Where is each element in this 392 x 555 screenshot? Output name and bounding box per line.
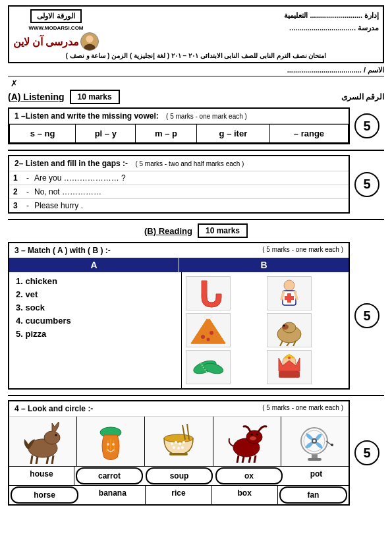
q2-text-3: Please hurry . <box>32 199 349 213</box>
q3-col-a-header: A <box>9 258 179 272</box>
listening-label: (A) Listening <box>8 92 65 102</box>
divider-1 <box>8 150 384 151</box>
q1-word-1: s – ng <box>10 125 76 143</box>
q3-content: 1. chicken 2. vet 3. sock 4. cucumbers 5… <box>9 272 349 388</box>
ox-image <box>213 417 281 466</box>
admin-line: إدارة .......................... التعليم… <box>284 9 379 22</box>
q2-text-1: Are you ………………… ? <box>32 171 349 185</box>
q4-images-row <box>9 417 349 467</box>
q4-word-banana: banana <box>80 486 146 504</box>
svg-point-21 <box>283 325 285 327</box>
svg-point-0 <box>86 36 93 43</box>
vet-image <box>267 276 312 310</box>
name-line: الاسم / ................................… <box>8 66 384 76</box>
q4-word-rice: rice <box>146 486 211 504</box>
q3-header: 3 – Match ( A ) with ( B ) :- ( 5 marks … <box>9 243 349 258</box>
chicken-image <box>267 313 312 347</box>
svg-line-35 <box>52 455 53 464</box>
svg-point-49 <box>182 441 185 444</box>
q4-word-house: house <box>9 467 74 485</box>
x-mark: ✗ <box>11 78 384 88</box>
svg-point-68 <box>313 440 316 442</box>
secret-number-row: (A) Listening 10 marks الرقم السرى <box>8 90 384 104</box>
q4-title: 4 – Look and circle :- <box>14 404 93 413</box>
svg-point-58 <box>256 434 258 436</box>
reading-label: (B) Reading <box>144 226 192 236</box>
q2-num-3: 3 <box>9 199 24 213</box>
svg-point-57 <box>251 434 253 436</box>
q4-marks: ( 5 marks - one mark each ) <box>262 404 343 413</box>
svg-line-61 <box>249 457 250 463</box>
svg-point-46 <box>171 442 173 445</box>
svg-point-14 <box>204 315 212 319</box>
q2-dash-1: - <box>24 171 32 185</box>
q1-word-4: g – iter <box>196 125 269 143</box>
q4-word-horse: horse <box>11 486 78 504</box>
svg-rect-64 <box>308 458 322 461</box>
q4-block: 4 – Look and circle :- ( 5 marks - one m… <box>8 400 384 506</box>
q2-text-2: No, not …………… <box>32 185 349 199</box>
q2-main: 2– Listen and fill in the gaps :- ( 5 ma… <box>8 155 350 214</box>
q4-word-fan: fan <box>279 486 347 504</box>
svg-point-50 <box>173 446 175 449</box>
svg-line-32 <box>31 455 32 464</box>
q3-score-circle: 5 <box>354 303 379 328</box>
svg-point-11 <box>201 335 205 339</box>
q3-col-b <box>182 272 349 388</box>
exam-info: امتحان نصف الترم النابى للصف النابى الاب… <box>13 52 379 59</box>
q3-col-a: 1. chicken 2. vet 3. sock 4. cucumbers 5… <box>9 272 182 388</box>
q3-item-1: 1. chicken <box>16 276 175 286</box>
q1-score-circle: 5 <box>354 113 379 138</box>
q3-col-headers: A B <box>9 258 349 272</box>
q2-dash-3: - <box>24 199 32 213</box>
q2-num-1: 1 <box>9 171 24 185</box>
listening-section: (A) Listening 10 marks <box>8 90 120 104</box>
sock-image <box>186 276 231 310</box>
svg-point-70 <box>331 444 333 446</box>
q3-main: 3 – Match ( A ) with ( B ) :- ( 5 marks … <box>8 242 350 390</box>
q1-title: 1 –Listen and write the missing vowel: <box>14 111 159 121</box>
q4-word-pot: pot <box>284 467 349 485</box>
q2-num-2: 2 <box>9 185 24 199</box>
svg-rect-2 <box>202 281 207 294</box>
svg-line-18 <box>287 343 289 346</box>
q1-block: 1 –Listen and write the missing vowel: (… <box>8 107 384 144</box>
logo-label: الورقة الاولى <box>30 9 81 23</box>
cucumbers-image <box>186 350 231 384</box>
svg-point-28 <box>288 357 291 359</box>
king-image <box>267 350 312 384</box>
site-logo: WWW.MODARSI.COM مدرسی آن لاین <box>13 25 99 51</box>
svg-point-13 <box>207 338 210 341</box>
q4-main: 4 – Look and circle :- ( 5 marks - one m… <box>8 400 350 506</box>
svg-line-62 <box>254 455 256 463</box>
school-line: مدرسة ................................. <box>284 22 379 34</box>
q4-word-box: box <box>212 486 278 504</box>
q1-marks: ( 5 marks - one mark each ) <box>166 113 247 120</box>
q3-item-5: 5. pizza <box>16 329 175 339</box>
divider-2 <box>8 219 384 220</box>
reading-header: (B) Reading 10 marks <box>8 223 384 238</box>
q2-score: 5 <box>350 155 384 214</box>
svg-line-60 <box>242 457 244 463</box>
pizza-image <box>186 313 231 347</box>
q3-marks: ( 5 marks - one mark each ) <box>262 246 343 253</box>
secret-number-label: الرقم السرى <box>341 92 384 102</box>
svg-rect-53 <box>169 453 188 455</box>
reading-marks-box: 10 marks <box>198 223 248 238</box>
horse-image <box>9 417 77 466</box>
q2-block: 2– Listen and fill in the gaps :- ( 5 ma… <box>8 155 384 214</box>
q4-word-ox: ox <box>215 467 283 484</box>
svg-point-41 <box>107 443 109 446</box>
q2-gaps-table: 1 - Are you ………………… ? 2 - No, not …………… … <box>9 171 349 212</box>
svg-point-42 <box>112 443 115 446</box>
svg-point-36 <box>55 434 57 436</box>
q1-main: 1 –Listen and write the missing vowel: (… <box>8 107 350 144</box>
q1-word-5: – range <box>269 125 348 143</box>
svg-point-47 <box>175 441 177 444</box>
svg-point-20 <box>282 324 289 330</box>
q2-marks: ( 5 marks - two and half marks each ) <box>135 160 244 167</box>
svg-point-48 <box>179 442 181 445</box>
q1-vowel-table: s – ng pl – y m – p g – iter – range <box>9 124 349 143</box>
svg-point-52 <box>181 446 184 449</box>
q4-score-circle: 5 <box>354 440 379 465</box>
